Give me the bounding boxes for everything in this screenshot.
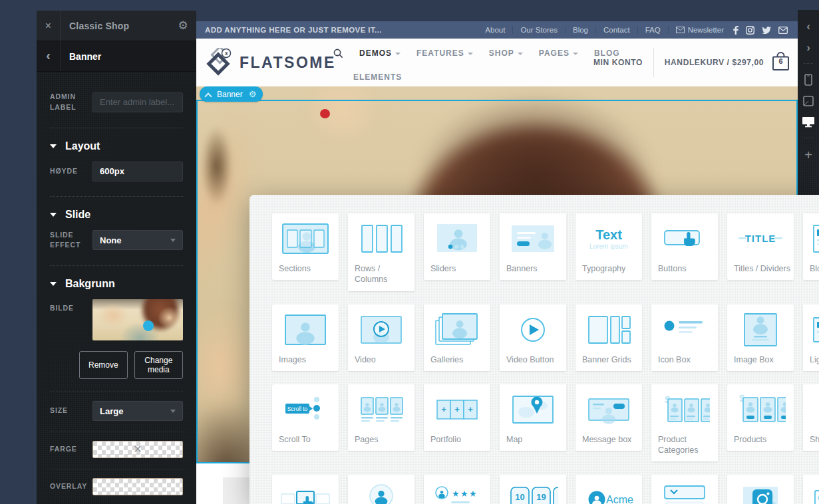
products-element-icon: $: [727, 390, 794, 430]
banner-pill[interactable]: Banner ⚙: [200, 86, 263, 102]
site-topbar: ADD ANYTHING HERE OR JUST REMOVE IT... A…: [196, 21, 798, 39]
change-media-button[interactable]: Change media: [134, 351, 183, 379]
cart-link[interactable]: HANDLEKURV / $297,00: [665, 58, 764, 67]
tabs-element-icon: [272, 480, 339, 504]
element-card-products[interactable]: $Products: [727, 384, 794, 451]
remove-button[interactable]: Remove: [79, 351, 128, 379]
element-card-images[interactable]: Images: [272, 305, 339, 371]
element-card-blo[interactable]: Blo: [803, 213, 819, 280]
nav-item-pages[interactable]: PAGES: [539, 49, 578, 58]
element-card-galleries[interactable]: Galleries: [424, 305, 490, 371]
divider: [50, 432, 183, 432]
topbar-social: [732, 26, 789, 35]
nav-label: DEMOS: [359, 49, 392, 58]
overlay-swatch[interactable]: [92, 478, 183, 495]
section-layout[interactable]: Layout: [50, 140, 183, 152]
sidebar: × Classic Shop ⚙ ‹ Banner ADMIN LABEL En…: [37, 11, 196, 504]
banner-selection-border: [196, 100, 198, 463]
cart-bag-icon[interactable]: 6: [772, 51, 790, 74]
element-card-message-box[interactable]: Message box: [575, 384, 642, 451]
admin-label-input[interactable]: Enter admin label...: [92, 92, 183, 112]
close-icon[interactable]: ×: [37, 11, 61, 41]
element-card-label: Rows / Columns: [355, 263, 414, 285]
shareicons-element-icon: [803, 390, 819, 430]
element-card-titles-dividers[interactable]: TITLETitles / Dividers: [727, 213, 794, 280]
gear-icon[interactable]: ⚙: [249, 89, 257, 99]
video-element-icon: [348, 310, 414, 350]
topbar-link[interactable]: Blog: [566, 26, 596, 34]
tablet-icon[interactable]: [803, 96, 814, 106]
svg-text:Acme: Acme: [606, 494, 633, 504]
element-card-image-box[interactable]: Image Box: [727, 305, 794, 371]
nav-item-elements[interactable]: ELEMENTS: [353, 68, 402, 86]
sidebar-title: Classic Shop: [61, 21, 170, 31]
element-card-scroll-to[interactable]: Scroll toScroll To: [272, 384, 339, 451]
phone-icon[interactable]: [804, 74, 812, 86]
mail-icon[interactable]: [778, 27, 788, 34]
clear-color-icon: ✕: [133, 443, 142, 455]
farge-swatch[interactable]: ✕: [92, 441, 183, 458]
topbar-link[interactable]: FAQ: [638, 26, 669, 34]
element-card-team-member[interactable]: Team Member: [348, 475, 414, 504]
section-bakgrunn[interactable]: Bakgrunn: [50, 278, 183, 290]
topbar-link[interactable]: About: [478, 26, 513, 34]
slide-effect-row: SLIDE EFFECT None: [50, 230, 183, 251]
chevron-left-icon[interactable]: ‹: [806, 21, 810, 32]
element-card-pages[interactable]: Pages: [348, 384, 414, 451]
element-card-countdown[interactable]: 10DAYS19MINCountdown: [500, 475, 566, 504]
chevron-up-icon[interactable]: [206, 92, 211, 97]
element-card-map[interactable]: Map: [500, 384, 566, 451]
background-image-thumbnail[interactable]: [92, 299, 183, 340]
divider: [804, 138, 813, 138]
element-card-testimonials[interactable]: ★★★Testimonials: [424, 475, 490, 504]
facebook-icon[interactable]: [733, 26, 738, 35]
element-card-portfolio[interactable]: +++Portfolio: [424, 384, 490, 451]
divider: [804, 63, 813, 64]
element-card-buttons[interactable]: Buttons: [651, 213, 718, 280]
back-chevron-icon[interactable]: ‹: [37, 41, 61, 71]
chevron-right-icon[interactable]: ›: [806, 42, 810, 53]
search-icon[interactable]: [333, 49, 343, 59]
bilde-row: BILDE: [50, 299, 183, 340]
gear-icon[interactable]: ⚙: [170, 19, 196, 33]
account-link[interactable]: MIN KONTO: [593, 58, 643, 67]
element-card-rows-columns[interactable]: Rows / Columns: [348, 213, 414, 291]
divider: [50, 128, 183, 128]
instagram-icon[interactable]: [746, 26, 754, 35]
element-card-instagram-feed[interactable]: Instagram feed: [727, 475, 794, 504]
slide-effect-select[interactable]: None: [92, 230, 183, 250]
element-card-icon-box[interactable]: Icon Box: [651, 305, 718, 371]
flatsome-logo-icon: 3: [206, 48, 234, 77]
element-card-tabs[interactable]: Tabs: [272, 475, 339, 504]
element-card-accordion[interactable]: Accordion: [651, 475, 718, 504]
flatsome-logo[interactable]: 3 FLATSOME: [206, 48, 336, 77]
topbar-link[interactable]: Contact: [596, 26, 638, 34]
size-select[interactable]: Large: [92, 401, 183, 421]
element-card-video-button[interactable]: Video Button: [500, 305, 566, 371]
map-element-icon: [500, 390, 566, 430]
nav-item-features[interactable]: FEATURES: [416, 49, 473, 58]
element-card-product-categories[interactable]: $Product Categories: [651, 384, 718, 462]
twitter-icon[interactable]: [762, 26, 771, 34]
element-card-typography[interactable]: TextLorem ipsumTypography: [575, 213, 642, 280]
hoyde-input[interactable]: 600px: [92, 162, 183, 182]
nav-item-demos[interactable]: DEMOS: [359, 49, 401, 58]
element-card-logo[interactable]: AcmeLogo: [575, 475, 642, 504]
topbar-link[interactable]: Our Stores: [513, 26, 566, 34]
element-card-lig[interactable]: Lig: [803, 305, 819, 371]
element-card-video[interactable]: Video: [348, 305, 414, 371]
chevron-down-icon: [468, 53, 473, 55]
element-card-sections[interactable]: Sections: [272, 213, 339, 280]
plus-icon[interactable]: +: [804, 148, 812, 162]
element-card-banners[interactable]: Banners: [500, 213, 566, 280]
section-slide[interactable]: Slide: [50, 209, 183, 221]
desktop-icon[interactable]: [802, 116, 815, 128]
chevron-down-icon: [573, 53, 578, 55]
element-card-banner-grids[interactable]: Banner Grids: [575, 305, 642, 371]
element-card-sea[interactable]: Sea: [803, 475, 819, 504]
element-card-sha-ico[interactable]: Sha ico: [803, 384, 819, 451]
nav-item-shop[interactable]: SHOP: [489, 49, 523, 58]
newsletter-link[interactable]: Newsletter: [669, 26, 732, 34]
element-card-label: Image Box: [734, 354, 794, 365]
element-card-sliders[interactable]: Sliders: [424, 213, 490, 280]
